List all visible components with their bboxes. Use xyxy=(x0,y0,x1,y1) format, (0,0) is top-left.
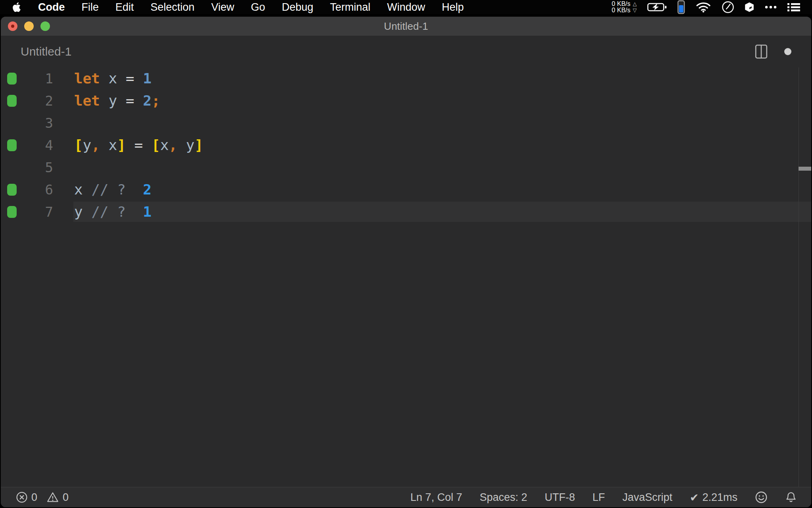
code-line[interactable]: 3 xyxy=(1,112,811,134)
line-number: 2 xyxy=(23,90,53,112)
menu-item-file[interactable]: File xyxy=(82,1,99,13)
net-up-label: 0 KB/s xyxy=(612,1,630,7)
current-line-highlight xyxy=(73,202,811,222)
code-editor[interactable]: 1let x = 12let y = 2;34[y, x] = [x, y]56… xyxy=(1,67,811,487)
status-bar: 0 0 Ln 7, Col 7 Spaces: 2 UTF-8 LF JavaS… xyxy=(1,487,811,507)
code-line[interactable]: 6x // ? 2 xyxy=(1,179,811,201)
indentation-setting[interactable]: Spaces: 2 xyxy=(480,491,527,504)
line-number: 4 xyxy=(23,134,53,156)
net-down-label: 0 KB/s xyxy=(612,7,630,13)
menu-item-go[interactable]: Go xyxy=(251,1,265,13)
menu-item-edit[interactable]: Edit xyxy=(115,1,134,13)
quokka-marker-icon xyxy=(7,73,17,85)
close-button[interactable] xyxy=(8,21,17,31)
encoding-setting[interactable]: UTF-8 xyxy=(545,491,575,504)
menu-item-window[interactable]: Window xyxy=(387,1,425,13)
feedback-smiley-icon[interactable] xyxy=(755,491,768,504)
battery-charging-icon[interactable] xyxy=(647,2,667,12)
menu-item-view[interactable]: View xyxy=(211,1,234,13)
warnings-icon[interactable] xyxy=(46,491,59,503)
editor-window: Untitled-1 Untitled-1 1let x = 12let y =… xyxy=(1,17,811,507)
window-title: Untitled-1 xyxy=(384,20,428,33)
menu-item-terminal[interactable]: Terminal xyxy=(330,1,370,13)
ellipsis-icon[interactable] xyxy=(764,5,777,9)
code-text: [y, x] = [x, y] xyxy=(74,134,203,156)
apple-menu-icon[interactable] xyxy=(12,2,21,12)
code-text: x // ? 2 xyxy=(74,179,151,201)
editor-header: Untitled-1 xyxy=(1,36,811,67)
code-line[interactable]: 1let x = 1 xyxy=(1,67,811,90)
errors-count[interactable]: 0 xyxy=(31,491,37,504)
unsaved-changes-dot[interactable] xyxy=(784,48,791,55)
quokka-time: 2.21ms xyxy=(702,491,737,504)
minimize-button[interactable] xyxy=(24,21,34,31)
quokka-marker-icon xyxy=(7,184,17,196)
eol-setting[interactable]: LF xyxy=(592,491,605,504)
quokka-marker-icon xyxy=(7,206,17,218)
cube-app-icon[interactable] xyxy=(745,2,754,12)
scrollbar-track[interactable] xyxy=(799,67,811,487)
menu-item-help[interactable]: Help xyxy=(442,1,464,13)
menu-item-selection[interactable]: Selection xyxy=(151,1,195,13)
notifications-bell-icon[interactable] xyxy=(785,491,797,504)
list-menu-icon[interactable] xyxy=(787,2,800,12)
code-line[interactable]: 7y // ? 1 xyxy=(1,201,811,223)
net-down-arrow-icon: ▽ xyxy=(633,7,637,13)
menu-item-code[interactable]: Code xyxy=(38,1,65,13)
line-number: 5 xyxy=(23,156,53,179)
clock-icon[interactable] xyxy=(722,1,734,13)
code-text: let y = 2; xyxy=(74,90,160,112)
code-text: y // ? 1 xyxy=(74,201,151,223)
open-file-name[interactable]: Untitled-1 xyxy=(21,45,71,58)
language-mode[interactable]: JavaScript xyxy=(622,491,672,504)
quokka-marker-icon xyxy=(7,139,17,151)
errors-icon[interactable] xyxy=(16,491,28,503)
quokka-status[interactable]: ✔ 2.21ms xyxy=(690,491,737,504)
network-speed-widget[interactable]: 0 KB/s △ 0 KB/s ▽ xyxy=(612,1,637,13)
cursor-position[interactable]: Ln 7, Col 7 xyxy=(410,491,462,504)
code-text: let x = 1 xyxy=(74,67,151,90)
zoom-button[interactable] xyxy=(40,21,50,31)
window-title-bar[interactable]: Untitled-1 xyxy=(1,17,811,36)
code-line[interactable]: 4[y, x] = [x, y] xyxy=(1,134,811,156)
check-icon: ✔ xyxy=(690,491,699,504)
code-line[interactable]: 5 xyxy=(1,156,811,179)
line-number: 6 xyxy=(23,179,53,201)
split-editor-icon[interactable] xyxy=(755,44,768,59)
phone-battery-icon[interactable] xyxy=(677,0,685,14)
code-line[interactable]: 2let y = 2; xyxy=(1,90,811,112)
line-number: 3 xyxy=(23,112,53,134)
line-number: 7 xyxy=(23,201,53,223)
menu-bar: CodeFileEditSelectionViewGoDebugTerminal… xyxy=(0,0,812,14)
warnings-count[interactable]: 0 xyxy=(63,491,69,504)
line-number: 1 xyxy=(23,67,53,90)
menu-item-debug[interactable]: Debug xyxy=(282,1,314,13)
scrollbar-marker[interactable] xyxy=(799,167,811,171)
quokka-marker-icon xyxy=(7,95,17,107)
net-up-arrow-icon: △ xyxy=(633,1,637,7)
wifi-icon[interactable] xyxy=(695,2,711,13)
